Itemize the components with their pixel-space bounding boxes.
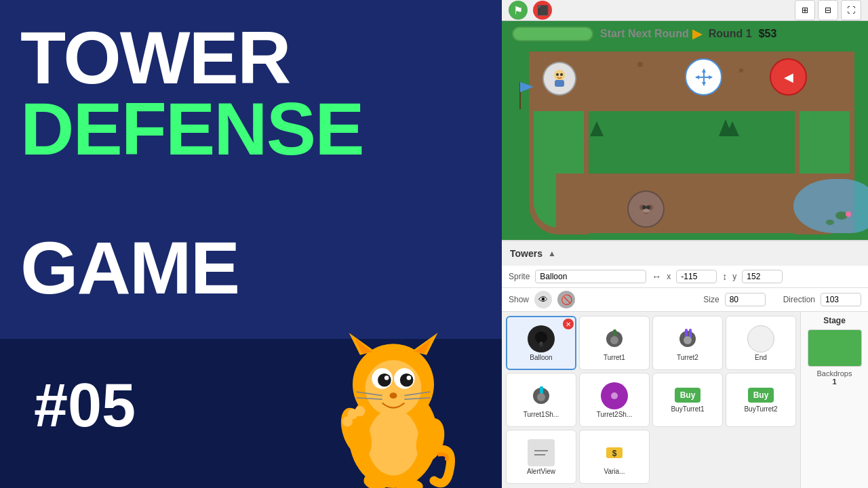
buyturret2-label: BuyTurret2 xyxy=(744,405,777,413)
svg-point-64 xyxy=(537,393,545,401)
round-info: Round 1 xyxy=(709,28,752,40)
turret1sh-icon xyxy=(528,382,555,409)
svg-marker-27 xyxy=(520,82,534,92)
sprite-boy xyxy=(542,62,576,96)
end-icon xyxy=(747,325,774,352)
title-game: GAME xyxy=(20,230,239,305)
x-arrow-icon: ↔ xyxy=(652,271,661,282)
svg-point-18 xyxy=(368,409,419,475)
stage-panel: Stage Backdrops 1 xyxy=(800,312,868,488)
svg-point-25 xyxy=(355,406,365,416)
green-flag-button[interactable]: ⚑ xyxy=(509,1,528,20)
y-label: y xyxy=(732,272,736,281)
show-label: Show xyxy=(509,295,529,304)
turret2-icon xyxy=(674,325,701,352)
water-area xyxy=(793,179,868,233)
balloon-label: Balloon xyxy=(530,354,552,361)
svg-text:$: $ xyxy=(612,449,617,458)
view-icons: ⊞ ⊟ ⛶ xyxy=(795,0,861,20)
end-label: End xyxy=(755,354,767,361)
stage-thumbnail[interactable] xyxy=(808,329,862,367)
sprites-header-arrow: ▲ xyxy=(548,249,556,258)
sprites-header-label: Towers xyxy=(510,248,542,259)
health-bar xyxy=(512,26,593,41)
svg-point-61 xyxy=(684,336,692,344)
stop-button[interactable]: ⬛ xyxy=(533,1,552,20)
y-arrow-icon: ↕ xyxy=(722,271,727,282)
show-visible-button[interactable]: 👁 xyxy=(534,291,552,308)
svg-point-36 xyxy=(554,70,565,81)
flag-decoration xyxy=(517,79,537,115)
start-round-label: Start Next Round xyxy=(600,28,689,40)
svg-point-38 xyxy=(556,73,559,76)
svg-marker-44 xyxy=(695,75,699,79)
svg-point-39 xyxy=(560,73,563,76)
svg-point-51 xyxy=(643,209,650,213)
topbar-controls: ⚑ ⬛ xyxy=(509,1,552,20)
svg-point-57 xyxy=(610,336,618,344)
sprite-name-input[interactable] xyxy=(535,270,646,283)
svg-point-12 xyxy=(407,375,412,380)
buyturret1-icon: Buy xyxy=(675,388,701,403)
delete-balloon-button[interactable]: ✕ xyxy=(563,319,574,329)
x-label: x xyxy=(667,272,671,281)
title-defense: DEFENSE xyxy=(20,92,363,166)
episode-badge: #05 xyxy=(34,371,136,441)
size-label: Size xyxy=(703,295,719,304)
sprites-grid-area: ✕ Balloon xyxy=(502,312,868,488)
direction-input[interactable] xyxy=(821,293,861,306)
scratch-topbar: ⚑ ⬛ ⊞ ⊟ ⛶ xyxy=(502,0,868,21)
sprites-panel-header: Towers ▲ xyxy=(502,240,868,266)
sprite-name-label: Sprite xyxy=(509,272,530,281)
turret1-icon xyxy=(601,325,628,352)
title-tower: TOWER xyxy=(20,20,290,95)
sprite-move-icon xyxy=(685,58,722,96)
sprite-cell-turret2[interactable]: Turret2 xyxy=(652,316,723,370)
view-icon-1[interactable]: ⊞ xyxy=(795,0,815,20)
svg-marker-42 xyxy=(702,68,706,73)
sprite-cell-buyturret1[interactable]: Buy BuyTurret1 xyxy=(652,373,723,427)
show-row: Show 👁 🚫 Size Direction xyxy=(502,288,868,312)
scratch-ui-bottom: Towers ▲ Sprite ↔ x ↕ y Show 👁 🚫 Size Di… xyxy=(502,240,868,488)
sprite-cell-buyturret2[interactable]: Buy BuyTurret2 xyxy=(726,373,796,427)
view-icon-2[interactable]: ⊟ xyxy=(818,0,838,20)
svg-rect-37 xyxy=(555,80,564,87)
svg-point-11 xyxy=(384,375,389,380)
left-panel: TOWER DEFENSE GAME #05 xyxy=(0,0,502,488)
sprite-cell-turret2sh[interactable]: Turret2Sh... xyxy=(579,373,650,427)
lily-pad-2 xyxy=(826,220,834,225)
svg-point-66 xyxy=(611,392,618,399)
y-input[interactable] xyxy=(742,270,783,283)
view-icon-fullscreen[interactable]: ⛶ xyxy=(841,0,861,20)
scratch-cat-image xyxy=(312,325,475,488)
money-display: $53 xyxy=(759,28,777,40)
variable-icon: $ xyxy=(601,439,628,466)
start-round-button[interactable]: Start Next Round ▶ xyxy=(600,26,702,41)
sprite-cell-alertview[interactable]: AlertView xyxy=(506,430,576,484)
sprite-cell-variable[interactable]: $ Varia... xyxy=(579,430,650,484)
alertview-label: AlertView xyxy=(527,468,555,475)
direction-label: Direction xyxy=(783,295,815,304)
flower xyxy=(846,211,851,217)
x-input[interactable] xyxy=(676,270,717,283)
sprite-cell-turret1[interactable]: Turret1 xyxy=(579,316,650,370)
show-hidden-button[interactable]: 🚫 xyxy=(557,291,575,308)
size-input[interactable] xyxy=(725,293,766,306)
turret2sh-label: Turret2Sh... xyxy=(597,411,632,418)
stage-label: Stage xyxy=(823,316,846,325)
sprite-cell-end[interactable]: End xyxy=(726,316,796,370)
right-panel: ⚑ ⬛ ⊞ ⊟ ⛶ xyxy=(502,0,868,488)
sprite-cell-turret1sh[interactable]: Turret1Sh... xyxy=(506,373,576,427)
svg-marker-45 xyxy=(709,75,713,79)
sprite-monkey xyxy=(627,190,665,228)
balloon-icon xyxy=(528,325,555,352)
left-panel-bottom: #05 xyxy=(0,339,502,488)
buyturret2-icon: Buy xyxy=(748,388,774,403)
buyturret1-label: BuyTurret1 xyxy=(671,405,704,413)
sprite-properties-row: Sprite ↔ x ↕ y xyxy=(502,266,868,288)
play-arrow-icon: ▶ xyxy=(692,26,702,41)
svg-point-10 xyxy=(400,373,414,387)
game-viewport: Start Next Round ▶ Round 1 $53 xyxy=(502,21,868,240)
sprites-grid: ✕ Balloon xyxy=(502,312,800,488)
sprite-cell-balloon[interactable]: ✕ Balloon xyxy=(506,316,576,370)
